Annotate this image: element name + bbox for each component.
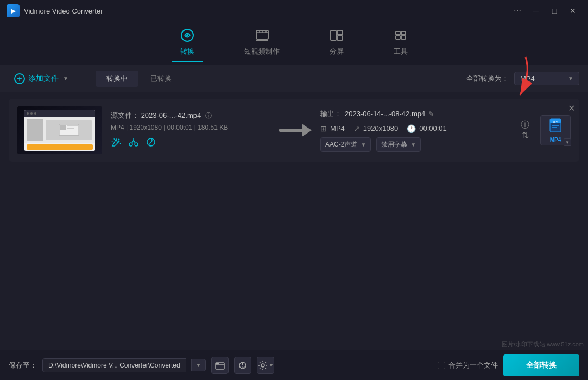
item-close-button[interactable]: ✕ xyxy=(568,103,575,113)
settings-button[interactable]: ▼ xyxy=(257,357,274,374)
subtitle-value: 禁用字幕 xyxy=(381,140,407,149)
convert-label: 转换 xyxy=(180,47,194,56)
splitscreen-icon xyxy=(330,28,344,45)
file-meta: MP4 | 1920x1080 | 00:00:01 | 180.51 KB xyxy=(111,124,270,131)
maximize-button[interactable]: □ xyxy=(546,3,563,18)
merge-check[interactable]: 合并为一个文件 xyxy=(438,360,498,370)
subtitle-dropdown[interactable]: 禁用字幕 ▼ xyxy=(376,137,421,152)
output-reorder-button[interactable]: ⇅ xyxy=(522,131,529,140)
output-format-item: ⊞ MP4 xyxy=(320,124,345,133)
output-dropdowns: AAC-2声道 ▼ 禁用字幕 ▼ xyxy=(320,137,512,152)
output-format: MP4 xyxy=(330,124,345,132)
output-right-controls: ⓘ ⇅ xyxy=(521,121,529,140)
source-label: 源文件： xyxy=(111,111,139,119)
app-icon: ▶ xyxy=(7,4,20,17)
file-thumbnail xyxy=(17,106,102,154)
cut-button[interactable] xyxy=(128,137,139,150)
bottom-bar: 保存至： D:\Vidmore\Vidmore V... Converter\C… xyxy=(0,350,588,380)
file-item: ✕ xyxy=(9,99,579,162)
svg-point-1 xyxy=(186,34,188,36)
nav-item-convert[interactable]: 转换 xyxy=(172,24,203,62)
audio-dropdown-arrow: ▼ xyxy=(361,142,366,148)
svg-text:MP4: MP4 xyxy=(553,120,559,123)
edit-icon[interactable]: ✎ xyxy=(428,110,434,118)
svg-point-36 xyxy=(261,364,264,367)
source-filename: 2023-06-...-42.mp4 xyxy=(141,111,201,119)
svg-rect-14 xyxy=(401,36,406,39)
output-thumb-icon: MP4 xyxy=(548,118,563,136)
svg-rect-12 xyxy=(401,31,406,35)
add-file-label: 添加文件 xyxy=(28,74,59,84)
toolbar: + 添加文件 ▼ 转换中 已转换 全部转换为： MP4 ▼ xyxy=(0,65,588,92)
convert-icon xyxy=(180,28,194,45)
svg-rect-16 xyxy=(60,125,66,130)
output-meta-row: ⊞ MP4 ⤢ 1920x1080 🕐 00:00:01 xyxy=(320,124,512,133)
svg-text:OFF: OFF xyxy=(241,365,246,369)
title-bar: ▶ Vidmore Video Converter ⋯ ─ □ ✕ xyxy=(0,0,588,22)
magic-button[interactable] xyxy=(111,137,122,150)
shortvideo-label: 短视频制作 xyxy=(244,47,280,56)
format-icon: ⊞ xyxy=(320,124,327,133)
svg-line-23 xyxy=(134,140,135,143)
output-thumb: MP4 MP4 ▼ xyxy=(540,115,571,145)
output-filename: 2023-06-14-...-08-42.mp4 xyxy=(345,110,425,118)
nav-item-tools[interactable]: 工具 xyxy=(385,24,416,62)
svg-rect-17 xyxy=(67,125,78,126)
settings-dropdown-arrow: ▼ xyxy=(269,363,274,368)
splitscreen-label: 分屏 xyxy=(330,47,344,56)
audio-track-value: AAC-2声道 xyxy=(325,140,357,149)
save-path: D:\Vidmore\Vidmore V... Converter\Conver… xyxy=(42,358,186,372)
output-thumb-dropdown-arrow[interactable]: ▼ xyxy=(564,138,571,146)
svg-rect-11 xyxy=(396,31,400,35)
watermark: 图片/水印下载站 www.51z.com xyxy=(497,339,588,350)
output-duration-item: 🕐 00:00:01 xyxy=(407,124,447,133)
toolbar-right: 全部转换为： MP4 ▼ xyxy=(466,72,579,85)
svg-rect-18 xyxy=(67,128,74,129)
top-nav: 转换 短视频制作 分屏 xyxy=(0,22,588,65)
format-value: MP4 xyxy=(520,74,535,83)
svg-rect-13 xyxy=(396,36,400,39)
format-dropdown-arrow: ▼ xyxy=(568,75,573,81)
svg-rect-10 xyxy=(337,36,343,40)
output-resolution: 1920x1080 xyxy=(363,124,398,132)
nav-item-shortvideo[interactable]: 短视频制作 xyxy=(236,24,288,62)
convert-all-label: 全部转换为： xyxy=(466,74,509,84)
resolution-icon: ⤢ xyxy=(353,124,360,133)
output-info: 输出： 2023-06-14-...-08-42.mp4 ✎ ⊞ MP4 ⤢ 1… xyxy=(320,109,512,152)
tab-converted[interactable]: 已转换 xyxy=(140,71,182,87)
svg-point-19 xyxy=(118,138,120,140)
minimize-button[interactable]: ─ xyxy=(527,3,545,18)
file-info-left: 源文件： 2023-06-...-42.mp4 ⓘ MP4 | 1920x108… xyxy=(111,111,270,150)
title-bar-left: ▶ Vidmore Video Converter xyxy=(7,4,103,17)
tab-converting[interactable]: 转换中 xyxy=(96,71,138,87)
output-resolution-item: ⤢ 1920x1080 xyxy=(353,124,398,133)
conversion-arrow xyxy=(279,122,312,138)
audio-track-dropdown[interactable]: AAC-2声道 ▼ xyxy=(320,137,371,152)
output-format-badge: MP4 xyxy=(550,137,561,143)
subtitle-dropdown-arrow: ▼ xyxy=(410,142,416,148)
output-duration: 00:00:01 xyxy=(419,124,447,132)
effect-button[interactable] xyxy=(146,137,156,150)
close-button[interactable]: ✕ xyxy=(564,3,581,18)
merge-checkbox[interactable] xyxy=(438,362,445,369)
file-actions xyxy=(111,137,270,150)
power-off-button[interactable]: OFF xyxy=(234,357,251,374)
output-info-button[interactable]: ⓘ xyxy=(521,121,529,129)
output-label: 输出： xyxy=(320,109,342,119)
output-header: 输出： 2023-06-14-...-08-42.mp4 ✎ xyxy=(320,109,512,119)
file-source-row: 源文件： 2023-06-...-42.mp4 ⓘ xyxy=(111,111,270,121)
add-file-button[interactable]: + 添加文件 ▼ xyxy=(9,70,74,87)
merge-label: 合并为一个文件 xyxy=(448,360,498,370)
open-folder-button[interactable] xyxy=(211,357,229,374)
shortvideo-icon xyxy=(255,28,269,45)
convert-all-button[interactable]: 全部转换 xyxy=(503,354,579,376)
format-dropdown[interactable]: MP4 ▼ xyxy=(514,72,579,85)
nav-item-splitscreen[interactable]: 分屏 xyxy=(321,24,352,62)
main-content: ✕ xyxy=(0,92,588,173)
arrow-container xyxy=(279,122,312,138)
clock-icon: 🕐 xyxy=(407,124,416,133)
info-icon[interactable]: ⓘ xyxy=(205,112,212,119)
tools-icon xyxy=(394,28,408,45)
save-path-dropdown[interactable]: ▼ xyxy=(191,359,206,371)
more-button[interactable]: ⋯ xyxy=(509,3,526,18)
